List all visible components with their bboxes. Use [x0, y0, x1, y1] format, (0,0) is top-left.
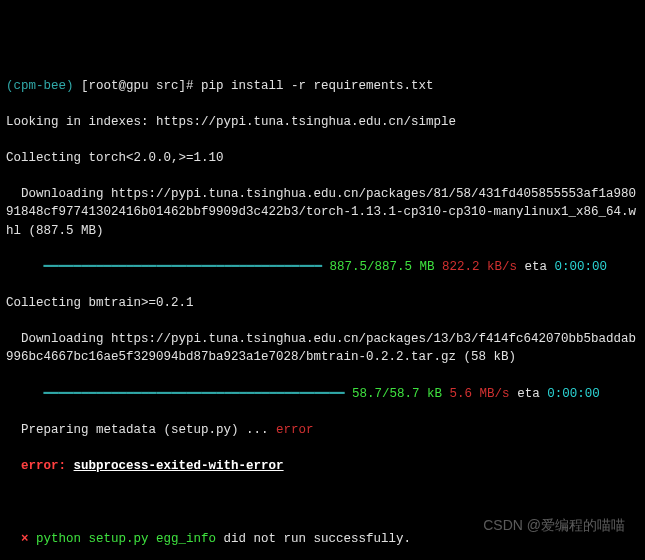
watermark: CSDN @爱编程的喵喵	[483, 515, 625, 535]
x-icon: ×	[21, 532, 29, 546]
error-status: error	[276, 423, 314, 437]
eta-value: 0:00:00	[547, 387, 600, 401]
command-text[interactable]: pip install -r requirements.txt	[201, 79, 434, 93]
progress-speed: 822.2 kB/s	[442, 260, 517, 274]
error-line: error: subprocess-exited-with-error	[6, 457, 639, 475]
egg-info: python setup.py egg_info	[36, 532, 216, 546]
output-line: Preparing metadata (setup.py) ... error	[6, 421, 639, 439]
output-line: Collecting torch<2.0.0,>=1.10	[6, 149, 639, 167]
progress-size: 58.7/58.7 kB	[352, 387, 442, 401]
blank-line	[6, 493, 639, 511]
output-line: Downloading https://pypi.tuna.tsinghua.e…	[6, 185, 639, 239]
progress-bar: ━━━━━━━━━━━━━━━━━━━━━━━━━━━━━━━━━━━━━━━━	[6, 387, 345, 401]
output-line: Looking in indexes: https://pypi.tuna.ts…	[6, 113, 639, 131]
output-line: Collecting bmtrain>=0.2.1	[6, 294, 639, 312]
progress-line: ━━━━━━━━━━━━━━━━━━━━━━━━━━━━━━━━━━━━━━━━…	[6, 385, 639, 403]
progress-line: ━━━━━━━━━━━━━━━━━━━━━━━━━━━━━━━━━━━━━ 88…	[6, 258, 639, 276]
progress-bar: ━━━━━━━━━━━━━━━━━━━━━━━━━━━━━━━━━━━━━	[6, 260, 322, 274]
venv-name: (cpm-bee)	[6, 79, 74, 93]
error-label: error:	[21, 459, 66, 473]
output-line: Downloading https://pypi.tuna.tsinghua.e…	[6, 330, 639, 366]
user-host: [root@gpu src]#	[81, 79, 194, 93]
progress-speed: 5.6 MB/s	[450, 387, 510, 401]
eta-label: eta	[517, 387, 540, 401]
eta-label: eta	[525, 260, 548, 274]
progress-size: 887.5/887.5 MB	[329, 260, 434, 274]
eta-value: 0:00:00	[555, 260, 608, 274]
terminal-prompt: (cpm-bee) [root@gpu src]# pip install -r…	[6, 77, 639, 95]
error-title: subprocess-exited-with-error	[74, 459, 284, 473]
